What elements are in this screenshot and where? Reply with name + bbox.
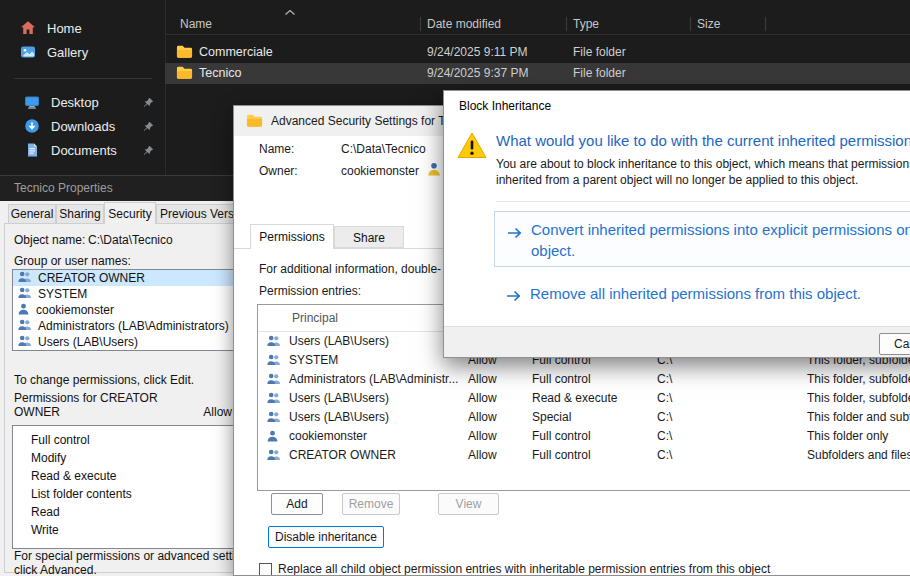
- file-name: Commerciale: [199, 42, 273, 63]
- desktop-icon: [24, 94, 40, 110]
- block-dialog-titlebar: Block Inheritance: [444, 91, 910, 121]
- permission-entry-row[interactable]: Users (LAB\Users) Allow Read & execute C…: [258, 389, 910, 408]
- group-label: CREATOR OWNER: [38, 271, 145, 285]
- permission-entry-row[interactable]: Users (LAB\Users) Allow Special C:\ This…: [258, 408, 910, 427]
- permission-entry-row[interactable]: Administrators (LAB\Administr... Allow F…: [258, 370, 910, 389]
- group-list-item[interactable]: Users (LAB\Users): [13, 334, 238, 350]
- group-list-item-selected[interactable]: CREATOR OWNER: [13, 270, 238, 286]
- entry-access: Full control: [532, 427, 591, 446]
- owner-user-icon: [427, 162, 441, 179]
- replace-permissions-checkbox[interactable]: [259, 563, 272, 576]
- permission-entry-row[interactable]: CREATOR OWNER Allow Full control C:\ Sub…: [258, 446, 910, 465]
- entry-inherited-from: C:\: [657, 446, 672, 465]
- screen: Home Gallery Desktop Downloads: [0, 0, 910, 576]
- group-list-item[interactable]: cookiemonster: [13, 302, 238, 318]
- tab-share[interactable]: Share: [334, 226, 404, 248]
- sidebar-item-home[interactable]: Home: [6, 16, 162, 40]
- gallery-icon: [20, 44, 36, 60]
- view-button[interactable]: View: [438, 493, 499, 515]
- entry-access: Special: [532, 408, 571, 427]
- entry-principal: cookiemonster: [289, 427, 465, 446]
- group-icon: [266, 449, 281, 461]
- file-date-modified: 9/24/2025 9:11 PM: [427, 42, 528, 63]
- group-list-item[interactable]: SYSTEM: [13, 286, 238, 302]
- file-name: Tecnico: [199, 63, 241, 84]
- entry-type: Allow: [468, 446, 497, 465]
- add-button[interactable]: Add: [271, 493, 323, 515]
- column-separator[interactable]: [420, 17, 421, 31]
- sidebar-item-desktop[interactable]: Desktop: [6, 90, 162, 114]
- entry-applies-to: This folder, subfolde: [807, 389, 910, 408]
- sidebar-item-downloads[interactable]: Downloads: [6, 114, 162, 138]
- object-name-label: Object name:: [14, 233, 85, 247]
- convert-permissions-command-link[interactable]: Convert inherited permissions into expli…: [494, 211, 910, 267]
- column-separator[interactable]: [690, 17, 691, 31]
- entry-applies-to: This folder and subfo: [807, 408, 910, 427]
- column-header-size[interactable]: Size: [697, 14, 720, 34]
- column-separator[interactable]: [566, 17, 567, 31]
- block-inheritance-dialog: Block Inheritance What would you like to…: [443, 90, 910, 358]
- advanced-dialog-title: Advanced Security Settings for Te: [271, 114, 451, 128]
- warning-icon: [457, 132, 487, 162]
- disable-inheritance-button[interactable]: Disable inheritance: [268, 526, 384, 548]
- folder-icon: [176, 45, 193, 59]
- sidebar-item-documents[interactable]: Documents: [6, 138, 162, 162]
- sidebar-item-label: Documents: [51, 143, 117, 158]
- column-separator[interactable]: [765, 17, 766, 31]
- owner-label: Owner:: [259, 164, 298, 178]
- permission-item[interactable]: Read & execute: [13, 467, 238, 485]
- permission-item[interactable]: List folder contents: [13, 485, 238, 503]
- block-dialog-footer: Cancel: [444, 326, 910, 358]
- group-list-item[interactable]: Administrators (LAB\Administrators): [13, 318, 238, 334]
- sidebar-section-divider: [14, 78, 152, 79]
- group-label: SYSTEM: [38, 287, 87, 301]
- permission-item[interactable]: Read: [13, 503, 238, 521]
- remove-button[interactable]: Remove: [342, 493, 400, 515]
- tab-permissions[interactable]: Permissions: [250, 224, 334, 249]
- user-icon: [266, 430, 279, 442]
- entry-type: Allow: [468, 427, 497, 446]
- cancel-button[interactable]: Cancel: [879, 333, 910, 355]
- block-dialog-heading: What would you like to do with the curre…: [496, 132, 910, 149]
- permission-item[interactable]: Write: [13, 521, 238, 539]
- sidebar-item-label: Gallery: [47, 45, 88, 60]
- permissions-listbox: Full control Modify Read & execute List …: [12, 425, 239, 549]
- entry-applies-to: Subfolders and files o: [807, 446, 910, 465]
- file-row-tecnico-selected[interactable]: Tecnico 9/24/2025 9:37 PM File folder: [165, 63, 910, 84]
- entry-principal: Users (LAB\Users): [289, 332, 465, 351]
- arrow-right-icon: [507, 225, 523, 242]
- tab-security[interactable]: Security: [104, 202, 156, 224]
- file-row-commerciale[interactable]: Commerciale 9/24/2025 9:11 PM File folde…: [165, 42, 910, 63]
- group-label: cookiemonster: [36, 303, 114, 317]
- file-type: File folder: [573, 63, 626, 84]
- group-icon: [17, 319, 32, 334]
- remove-permissions-command-link[interactable]: Remove all inherited permissions from th…: [494, 281, 910, 307]
- allow-column-label: Allow: [190, 405, 232, 419]
- block-dialog-divider: [496, 201, 910, 202]
- pin-icon: [143, 121, 154, 132]
- tab-general[interactable]: General: [8, 204, 56, 223]
- entry-access: Full control: [532, 370, 591, 389]
- tab-sharing[interactable]: Sharing: [56, 204, 104, 223]
- group-user-listbox: CREATOR OWNER SYSTEM cookiemonster Admin…: [12, 269, 239, 351]
- permissions-for-label: Permissions for CREATOR: [14, 391, 158, 405]
- remove-permissions-label: Remove all inherited permissions from th…: [530, 281, 861, 307]
- permission-entry-row[interactable]: cookiemonster Allow Full control C:\ Thi…: [258, 427, 910, 446]
- entry-type: Allow: [468, 408, 497, 427]
- column-header-name[interactable]: Name: [180, 14, 212, 34]
- sidebar-item-gallery[interactable]: Gallery: [6, 40, 162, 64]
- permission-item[interactable]: Full control: [13, 431, 238, 449]
- entry-applies-to: This folder, subfolde: [807, 370, 910, 389]
- column-header-date-modified[interactable]: Date modified: [427, 14, 501, 34]
- group-label: Administrators (LAB\Administrators): [38, 319, 229, 333]
- permission-item[interactable]: Modify: [13, 449, 238, 467]
- downloads-icon: [24, 118, 40, 134]
- entry-applies-to: This folder only: [807, 427, 888, 446]
- sidebar-item-label: Home: [47, 21, 82, 36]
- entry-inherited-from: C:\: [657, 389, 672, 408]
- column-header-type[interactable]: Type: [573, 14, 599, 34]
- sort-ascending-icon: [284, 5, 296, 19]
- block-dialog-body-line2: inherited from a parent object will no l…: [496, 173, 858, 187]
- permissions-for-label-line2: OWNER: [14, 405, 60, 419]
- folder-icon: [246, 114, 263, 128]
